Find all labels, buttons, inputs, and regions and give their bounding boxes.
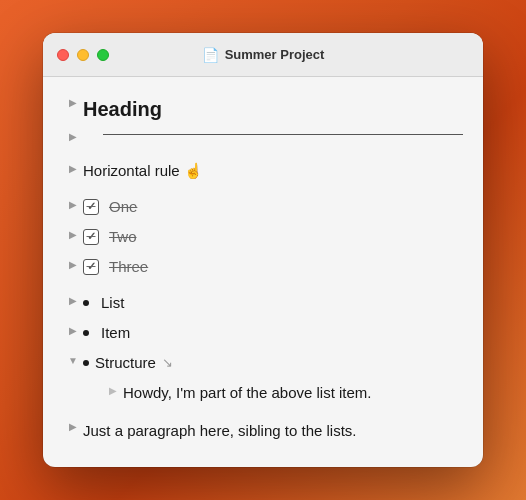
heading-chevron[interactable]	[63, 93, 83, 108]
horizontal-rule-label: Horizontal rule ☝️	[83, 162, 463, 180]
list-3-chevron[interactable]	[63, 351, 83, 366]
horizontal-rule-label-row: Horizontal rule ☝️	[63, 159, 463, 187]
window: 📄 Summer Project Heading Horizontal rule…	[43, 33, 483, 467]
list-1-content: List	[83, 291, 463, 314]
minimize-button[interactable]	[77, 49, 89, 61]
sub-item-row: Howdy, I'm part of the above list item.	[103, 381, 463, 409]
list-item-row-2: Item	[63, 321, 463, 349]
paragraph-text: Just a paragraph here, sibling to the li…	[83, 422, 357, 439]
checkbox-1[interactable]	[83, 199, 99, 215]
maximize-button[interactable]	[97, 49, 109, 61]
checkbox-3-content: Three	[83, 255, 463, 278]
sub-item-text: Howdy, I'm part of the above list item.	[123, 381, 372, 404]
checkbox-row-1: One	[63, 195, 463, 223]
list-2-content: Item	[83, 321, 463, 344]
close-button[interactable]	[57, 49, 69, 61]
hr-label-chevron[interactable]	[63, 159, 83, 174]
heading-text: Heading	[83, 98, 162, 120]
paragraph-content: Just a paragraph here, sibling to the li…	[83, 417, 463, 444]
checkbox-3-chevron[interactable]	[63, 255, 83, 270]
structure-arrow-icon: ↘	[162, 355, 173, 370]
list-2-chevron[interactable]	[63, 321, 83, 336]
checkbox-3[interactable]	[83, 259, 99, 275]
checkbox-item-1: One	[83, 198, 463, 215]
checkbox-1-chevron[interactable]	[63, 195, 83, 210]
checkbox-2-label: Two	[109, 228, 137, 245]
checkbox-2-content: Two	[83, 225, 463, 248]
content-area: Heading Horizontal rule ☝️ One	[43, 77, 483, 467]
list-item-row-3: Structure ↘	[63, 351, 463, 379]
checkbox-3-label: Three	[109, 258, 148, 275]
heading-row: Heading	[63, 93, 463, 125]
bullet-item-2: Item	[83, 324, 463, 341]
structure-item: Structure ↘	[83, 354, 463, 371]
paragraph-chevron[interactable]	[63, 417, 83, 432]
checkbox-item-2: Two	[83, 228, 463, 245]
checkbox-1-content: One	[83, 195, 463, 218]
hr-label-content: Horizontal rule ☝️	[83, 159, 463, 183]
paragraph-row: Just a paragraph here, sibling to the li…	[63, 417, 463, 445]
traffic-lights	[57, 49, 109, 61]
list-1-chevron[interactable]	[63, 291, 83, 306]
list-label-3: Structure	[95, 354, 156, 371]
checkbox-row-3: Three	[63, 255, 463, 283]
checkbox-2-chevron[interactable]	[63, 225, 83, 240]
horizontal-rule	[103, 134, 463, 135]
hr-chevron[interactable]	[63, 127, 83, 142]
bullet-2	[83, 330, 89, 336]
bullet-item-1: List	[83, 294, 463, 311]
bullet-1	[83, 300, 89, 306]
list-label-2: Item	[101, 324, 130, 341]
titlebar: 📄 Summer Project	[43, 33, 483, 77]
hr-row	[63, 127, 463, 155]
list-3-content: Structure ↘	[83, 351, 463, 374]
checkbox-row-2: Two	[63, 225, 463, 253]
checkbox-2[interactable]	[83, 229, 99, 245]
list-item-row-1: List	[63, 291, 463, 319]
checkbox-item-3: Three	[83, 258, 463, 275]
window-title: Summer Project	[225, 47, 325, 62]
document-icon: 📄	[202, 47, 219, 63]
window-title-group: 📄 Summer Project	[202, 47, 325, 63]
checkbox-1-label: One	[109, 198, 137, 215]
sub-chevron[interactable]	[103, 381, 123, 396]
heading-content: Heading	[83, 93, 463, 125]
bullet-3	[83, 360, 89, 366]
list-label-1: List	[101, 294, 124, 311]
hr-content	[83, 127, 463, 146]
